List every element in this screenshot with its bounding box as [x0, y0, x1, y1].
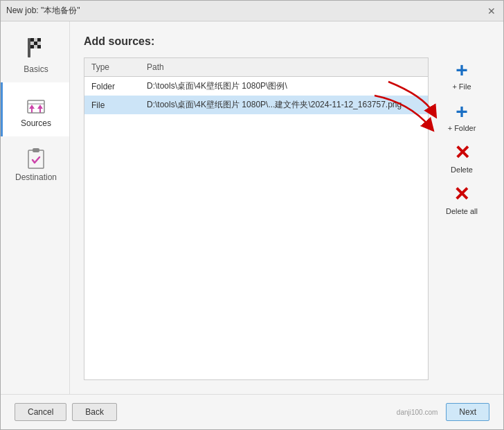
sources-area: Type Path Folder D:\tools\桌面\4K壁纸图片 1080… [84, 57, 489, 380]
delete-all-button[interactable]: ✕ [449, 182, 474, 207]
add-folder-button[interactable]: + [449, 99, 474, 124]
svg-rect-1 [30, 38, 34, 42]
content-area: Basics Sources [1, 21, 503, 394]
svg-marker-11 [37, 105, 43, 113]
back-button[interactable]: Back [72, 403, 117, 421]
row-type: Folder [84, 80, 140, 93]
sidebar: Basics Sources [1, 21, 70, 394]
sources-table: Type Path Folder D:\tools\桌面\4K壁纸图片 1080… [84, 57, 429, 380]
svg-rect-8 [34, 45, 37, 48]
add-file-label: + File [452, 82, 471, 91]
add-folder-label: + Folder [448, 124, 476, 132]
col-header-type: Type [84, 61, 140, 73]
delete-all-group: ✕ Delete all [446, 182, 478, 220]
row-path: D:\tools\桌面\4K壁纸图片 1080P\图例\ [140, 79, 428, 93]
svg-rect-3 [37, 38, 41, 42]
sidebar-item-sources[interactable]: Sources [1, 82, 69, 136]
section-title: Add sources: [84, 35, 489, 48]
sources-icon [24, 91, 48, 116]
sidebar-label-sources: Sources [21, 118, 51, 128]
delete-group: ✕ Delete [449, 141, 474, 178]
destination-icon [24, 145, 48, 170]
col-header-path: Path [140, 61, 428, 73]
svg-marker-10 [29, 105, 35, 113]
bottom-left-buttons: Cancel Back [15, 403, 117, 421]
svg-rect-4 [30, 42, 34, 45]
add-file-group: + + File [449, 57, 474, 95]
table-row[interactable]: Folder D:\tools\桌面\4K壁纸图片 1080P\图例\ [84, 77, 428, 96]
table-body: Folder D:\tools\桌面\4K壁纸图片 1080P\图例\ File… [84, 77, 428, 379]
bottom-bar: Cancel Back danji100.com Next [1, 394, 503, 429]
plus-icon: + [456, 101, 468, 122]
svg-rect-14 [28, 150, 44, 168]
next-button[interactable]: Next [446, 403, 489, 421]
svg-rect-6 [37, 42, 41, 45]
delete-button[interactable]: ✕ [449, 141, 474, 165]
svg-rect-15 [33, 148, 39, 152]
svg-rect-0 [28, 38, 30, 57]
add-file-button[interactable]: + [449, 57, 474, 82]
table-header: Type Path [84, 58, 428, 77]
sidebar-label-destination: Destination [15, 172, 57, 182]
basics-icon [24, 37, 48, 62]
svg-rect-7 [30, 45, 34, 48]
cross-icon: ✕ [454, 143, 470, 163]
delete-label: Delete [451, 165, 473, 174]
main-window: New job: "本地备份" ✕ [0, 0, 504, 430]
row-type: File [84, 99, 140, 111]
title-bar: New job: "本地备份" ✕ [1, 1, 503, 21]
watermark: danji100.com [397, 409, 438, 416]
main-content: Add sources: Type Path Folder D:\tools\桌… [70, 21, 503, 394]
window-title: New job: "本地备份" [6, 5, 80, 17]
svg-rect-5 [34, 42, 37, 45]
sidebar-label-basics: Basics [24, 64, 48, 74]
plus-icon: + [456, 60, 468, 80]
cancel-button[interactable]: Cancel [15, 403, 66, 421]
svg-rect-12 [28, 100, 44, 113]
action-buttons: + + File + + Folder ✕ [434, 57, 489, 380]
delete-all-label: Delete all [446, 207, 478, 215]
sidebar-item-destination[interactable]: Destination [1, 136, 69, 190]
table-row[interactable]: File D:\tools\桌面\4K壁纸图片 1080P\...建文件夹\20… [84, 96, 428, 114]
svg-rect-2 [34, 38, 37, 42]
close-button[interactable]: ✕ [485, 5, 498, 17]
svg-rect-9 [37, 45, 41, 48]
cross-icon: ✕ [453, 185, 469, 204]
sidebar-item-basics[interactable]: Basics [1, 28, 69, 82]
add-folder-group: + + Folder [448, 99, 476, 136]
row-path: D:\tools\桌面\4K壁纸图片 1080P\...建文件夹\2024-11… [140, 98, 428, 112]
